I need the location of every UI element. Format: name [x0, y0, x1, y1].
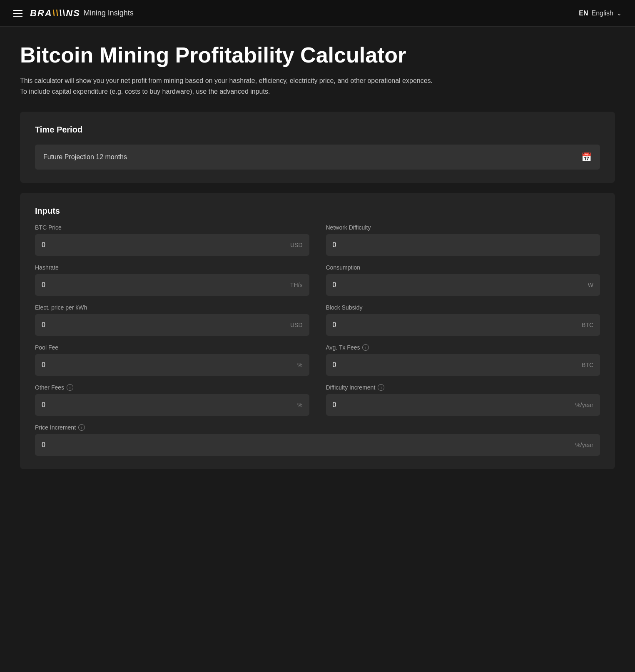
main-content: Bitcoin Mining Profitability Calculator … — [0, 27, 635, 496]
brand-logo: BRA\\\\NS — [30, 8, 80, 19]
label-consumption: Consumption — [326, 264, 600, 271]
input-wrapper-difficulty-increment: %/year — [326, 394, 600, 416]
label-btc-price: BTC Price — [35, 224, 309, 231]
input-consumption[interactable] — [333, 281, 585, 289]
input-wrapper-price-increment: %/year — [35, 434, 600, 456]
input-group-difficulty-increment: Difficulty Incrementi%/year — [326, 384, 600, 416]
unit-block-subsidy: BTC — [582, 322, 593, 328]
input-wrapper-electricity-price: USD — [35, 314, 309, 336]
input-avg-tx-fees[interactable] — [333, 361, 579, 369]
label-difficulty-increment: Difficulty Incrementi — [326, 384, 600, 391]
input-group-other-fees: Other Feesi% — [35, 384, 309, 416]
calendar-icon: 📅 — [581, 152, 592, 162]
input-wrapper-btc-price: USD — [35, 234, 309, 256]
unit-pool-fee: % — [297, 362, 302, 368]
label-block-subsidy: Block Subsidy — [326, 304, 600, 311]
info-icon-difficulty-increment[interactable]: i — [378, 384, 384, 391]
unit-price-increment: %/year — [575, 442, 593, 448]
time-period-card: Time Period Future Projection 12 months … — [20, 112, 615, 183]
input-electricity-price[interactable] — [42, 321, 287, 329]
input-difficulty-increment[interactable] — [333, 401, 572, 409]
unit-btc-price: USD — [290, 242, 303, 248]
input-group-price-increment: Price Incrementi%/year — [35, 424, 600, 456]
input-wrapper-pool-fee: % — [35, 354, 309, 376]
input-wrapper-other-fees: % — [35, 394, 309, 416]
unit-other-fees: % — [297, 402, 302, 408]
label-other-fees: Other Feesi — [35, 384, 309, 391]
hamburger-line-1 — [13, 10, 22, 11]
input-group-pool-fee: Pool Fee% — [35, 344, 309, 376]
page-title: Bitcoin Mining Profitability Calculator — [20, 43, 615, 67]
language-selector[interactable]: EN English ⌄ — [579, 10, 622, 17]
label-electricity-price: Elect. price per kWh — [35, 304, 309, 311]
chevron-down-icon: ⌄ — [617, 10, 622, 17]
hamburger-line-3 — [13, 16, 22, 17]
time-period-dropdown[interactable]: Future Projection 12 months 📅 — [35, 145, 600, 170]
inputs-grid: BTC PriceUSDNetwork DifficultyHashrateTH… — [35, 224, 600, 456]
label-network-difficulty: Network Difficulty — [326, 224, 600, 231]
label-pool-fee: Pool Fee — [35, 344, 309, 351]
input-wrapper-consumption: W — [326, 274, 600, 296]
input-group-electricity-price: Elect. price per kWhUSD — [35, 304, 309, 336]
navbar: BRA\\\\NS Mining Insights EN English ⌄ — [0, 0, 635, 27]
input-group-hashrate: HashrateTH/s — [35, 264, 309, 296]
inputs-title: Inputs — [35, 206, 600, 216]
input-other-fees[interactable] — [42, 401, 294, 409]
unit-consumption: W — [588, 282, 593, 288]
unit-avg-tx-fees: BTC — [582, 362, 593, 368]
input-wrapper-network-difficulty — [326, 234, 600, 256]
time-period-value: Future Projection 12 months — [43, 153, 127, 161]
input-wrapper-avg-tx-fees: BTC — [326, 354, 600, 376]
input-wrapper-hashrate: TH/s — [35, 274, 309, 296]
input-group-avg-tx-fees: Avg. Tx FeesiBTC — [326, 344, 600, 376]
input-block-subsidy[interactable] — [333, 321, 579, 329]
info-icon-price-increment[interactable]: i — [78, 424, 85, 431]
input-group-block-subsidy: Block SubsidyBTC — [326, 304, 600, 336]
unit-hashrate: TH/s — [290, 282, 303, 288]
input-pool-fee[interactable] — [42, 361, 294, 369]
page-description: This calculator will show you your net p… — [20, 75, 436, 97]
brand-subtitle: Mining Insights — [84, 9, 134, 17]
time-period-title: Time Period — [35, 125, 600, 135]
info-icon-avg-tx-fees[interactable]: i — [362, 344, 369, 351]
input-group-btc-price: BTC PriceUSD — [35, 224, 309, 256]
language-name: English — [592, 10, 613, 17]
input-hashrate[interactable] — [42, 281, 287, 289]
unit-difficulty-increment: %/year — [575, 402, 593, 408]
inputs-card: Inputs BTC PriceUSDNetwork DifficultyHas… — [20, 193, 615, 469]
brand: BRA\\\\NS Mining Insights — [30, 8, 134, 19]
input-wrapper-block-subsidy: BTC — [326, 314, 600, 336]
language-code: EN — [579, 10, 588, 17]
label-avg-tx-fees: Avg. Tx Feesi — [326, 344, 600, 351]
hamburger-line-2 — [13, 13, 22, 14]
label-hashrate: Hashrate — [35, 264, 309, 271]
input-group-consumption: ConsumptionW — [326, 264, 600, 296]
navbar-left: BRA\\\\NS Mining Insights — [13, 8, 134, 19]
input-price-increment[interactable] — [42, 441, 572, 449]
info-icon-other-fees[interactable]: i — [67, 384, 73, 391]
unit-electricity-price: USD — [290, 322, 303, 328]
label-price-increment: Price Incrementi — [35, 424, 600, 431]
input-btc-price[interactable] — [42, 241, 287, 249]
input-group-network-difficulty: Network Difficulty — [326, 224, 600, 256]
hamburger-menu[interactable] — [13, 10, 22, 17]
input-network-difficulty[interactable] — [333, 241, 594, 249]
